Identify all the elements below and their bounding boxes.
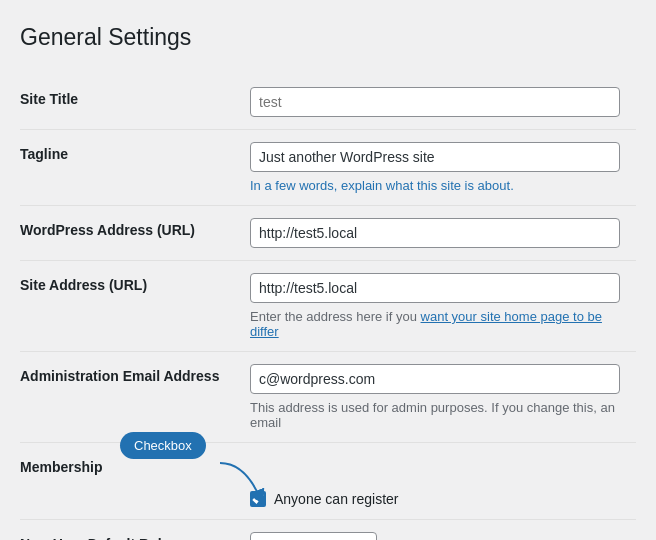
site-title-label: Site Title <box>20 75 240 130</box>
site-address-label: Site Address (URL) <box>20 261 240 352</box>
admin-email-label: Administration Email Address <box>20 352 240 443</box>
membership-checkbox-row: Anyone can register <box>250 491 626 507</box>
anyone-can-register-label: Anyone can register <box>274 491 399 507</box>
admin-email-input[interactable] <box>250 364 620 394</box>
wp-address-label: WordPress Address (URL) <box>20 206 240 261</box>
tagline-hint: In a few words, explain what this site i… <box>250 178 626 193</box>
default-role-select[interactable]: Subscriber Contributor Author Editor Adm… <box>250 532 377 540</box>
default-role-select-wrapper: Subscriber Contributor Author Editor Adm… <box>250 532 377 540</box>
admin-email-hint: This address is used for admin purposes.… <box>250 400 626 430</box>
checkbox-annotation-bubble: Checkbox <box>120 432 206 459</box>
annotation-arrow <box>210 458 270 508</box>
site-address-hint: Enter the address here if you want your … <box>250 309 626 339</box>
site-address-input[interactable] <box>250 273 620 303</box>
tagline-label: Tagline <box>20 130 240 206</box>
default-role-label: New User Default Role <box>20 520 240 541</box>
page-title: General Settings <box>20 24 636 51</box>
site-title-input[interactable] <box>250 87 620 117</box>
tagline-input[interactable] <box>250 142 620 172</box>
wp-address-input[interactable] <box>250 218 620 248</box>
